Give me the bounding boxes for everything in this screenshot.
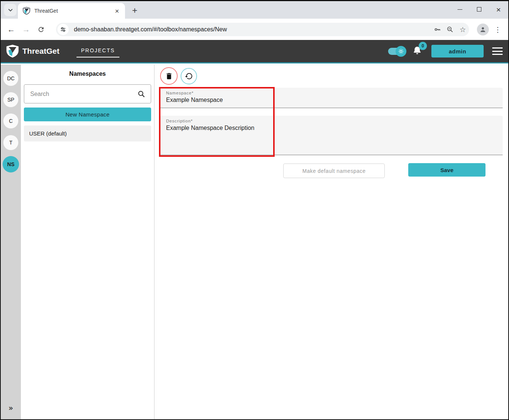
namespaces-sidebar: Namespaces New Namespace USER (default) bbox=[21, 65, 154, 419]
gear-icon bbox=[398, 48, 404, 55]
admin-user-button[interactable]: admin bbox=[431, 45, 484, 57]
forward-button[interactable]: → bbox=[19, 22, 34, 37]
zoom-out-icon bbox=[446, 26, 454, 33]
rail-item-c[interactable]: C bbox=[3, 113, 18, 128]
theme-toggle[interactable] bbox=[388, 48, 404, 55]
reload-icon bbox=[37, 26, 45, 33]
search-box bbox=[24, 84, 151, 103]
browser-menu-button[interactable]: ⋮ bbox=[492, 24, 504, 35]
rail-item-dc[interactable]: DC bbox=[3, 71, 18, 86]
trash-icon bbox=[165, 72, 173, 80]
maximize-icon bbox=[477, 7, 481, 12]
app-menu-button[interactable] bbox=[492, 47, 503, 56]
site-settings-button[interactable] bbox=[57, 24, 69, 35]
tab-strip: ThreatGet × + × bbox=[1, 1, 508, 19]
reload-button[interactable] bbox=[34, 22, 49, 37]
tab-search-button[interactable] bbox=[4, 4, 16, 16]
reset-button[interactable] bbox=[181, 68, 197, 84]
back-button[interactable]: ← bbox=[4, 22, 19, 37]
window-controls: × bbox=[450, 0, 508, 19]
toggle-knob bbox=[396, 46, 406, 57]
star-icon: ☆ bbox=[459, 25, 466, 34]
browser-tab-threatget[interactable]: ThreatGet × bbox=[18, 3, 125, 19]
window-minimize-button[interactable] bbox=[450, 0, 469, 19]
browser-toolbar: ← → demo-shaaban.threatget.com/#/toolbox… bbox=[1, 19, 508, 40]
password-manager-button[interactable] bbox=[431, 23, 444, 36]
description-field-value[interactable]: Example Namespace Description bbox=[166, 125, 497, 131]
module-rail: DC SP C T NS » bbox=[1, 65, 21, 419]
description-field-label: Description* bbox=[166, 119, 497, 123]
minimize-icon bbox=[458, 9, 462, 10]
namespace-field-value[interactable]: Example Namespace bbox=[166, 97, 497, 103]
delete-button[interactable] bbox=[160, 67, 178, 85]
tab-title: ThreatGet bbox=[34, 8, 113, 14]
app-header: ThreatGet PROJECTS bbox=[1, 40, 508, 63]
namespace-field[interactable]: Namespace* Example Namespace bbox=[160, 88, 503, 108]
namespace-field-label: Namespace* bbox=[166, 91, 497, 95]
browser-profile-button[interactable] bbox=[477, 24, 489, 35]
url-text[interactable]: demo-shaaban.threatget.com/#/toolbox/nam… bbox=[74, 26, 431, 33]
tune-icon bbox=[60, 27, 66, 32]
sidebar-title: Namespaces bbox=[21, 71, 154, 77]
namespace-list-item-user-default[interactable]: USER (default) bbox=[24, 125, 151, 141]
header-actions: 0 admin bbox=[388, 45, 503, 57]
content-area: DC SP C T NS » Namespaces New Namespace … bbox=[1, 65, 508, 419]
person-icon bbox=[479, 26, 487, 33]
zoom-button[interactable] bbox=[444, 23, 456, 36]
search-input[interactable] bbox=[24, 91, 137, 97]
rail-item-sp[interactable]: SP bbox=[3, 92, 18, 107]
restore-icon bbox=[185, 72, 193, 80]
notifications-button[interactable]: 0 bbox=[412, 45, 423, 57]
notification-badge: 0 bbox=[419, 42, 427, 50]
new-namespace-button[interactable]: New Namespace bbox=[24, 108, 151, 121]
address-bar[interactable]: demo-shaaban.threatget.com/#/toolbox/nam… bbox=[56, 23, 469, 36]
new-tab-button[interactable]: + bbox=[128, 4, 141, 17]
brand-name: ThreatGet bbox=[22, 47, 59, 56]
description-field[interactable]: Description* Example Namespace Descripti… bbox=[160, 116, 503, 155]
threatget-logo-icon bbox=[6, 44, 19, 59]
threatget-favicon-icon bbox=[22, 7, 31, 15]
rail-expand-button[interactable]: » bbox=[1, 404, 21, 413]
nav-projects[interactable]: PROJECTS bbox=[76, 45, 119, 57]
window-maximize-button[interactable] bbox=[469, 0, 489, 19]
namespace-form-panel: Namespace* Example Namespace Description… bbox=[155, 65, 508, 419]
make-default-namespace-button[interactable]: Make default namespace bbox=[283, 164, 385, 178]
close-icon: × bbox=[496, 6, 501, 13]
rail-item-ns-active[interactable]: NS bbox=[3, 156, 19, 172]
search-icon[interactable] bbox=[137, 90, 146, 98]
browser-window: ThreatGet × + × ← → demo-shaaban. bbox=[0, 0, 509, 420]
chevron-down-icon bbox=[8, 7, 13, 13]
kebab-icon: ⋮ bbox=[494, 26, 502, 34]
hamburger-icon bbox=[492, 47, 503, 49]
save-button[interactable]: Save bbox=[408, 163, 485, 177]
bookmark-button[interactable]: ☆ bbox=[456, 23, 469, 36]
key-icon bbox=[434, 26, 441, 33]
window-close-button[interactable]: × bbox=[489, 0, 508, 19]
tab-close-icon[interactable]: × bbox=[113, 7, 121, 15]
rail-item-t[interactable]: T bbox=[3, 135, 18, 150]
